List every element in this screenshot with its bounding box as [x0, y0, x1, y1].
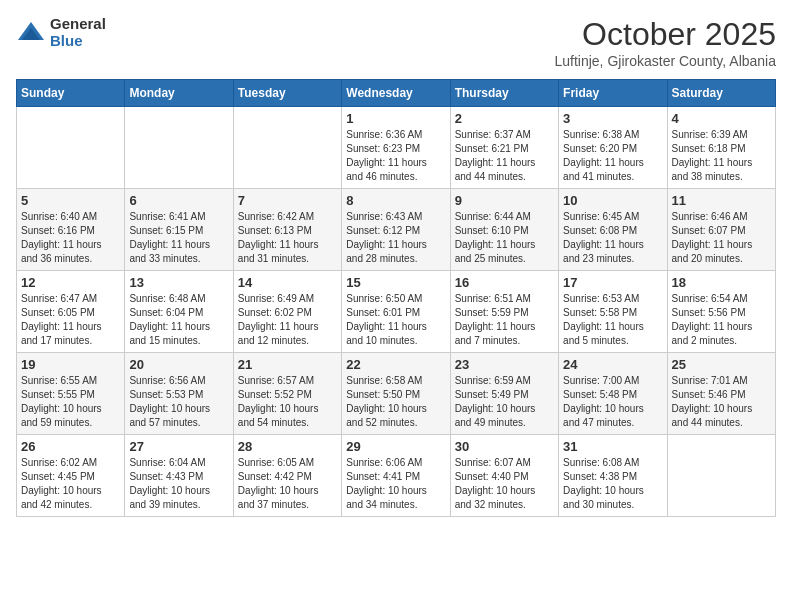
- calendar-cell: [17, 107, 125, 189]
- calendar-cell: 16Sunrise: 6:51 AM Sunset: 5:59 PM Dayli…: [450, 271, 558, 353]
- calendar-cell: 30Sunrise: 6:07 AM Sunset: 4:40 PM Dayli…: [450, 435, 558, 517]
- day-number: 10: [563, 193, 662, 208]
- day-number: 15: [346, 275, 445, 290]
- day-info: Sunrise: 6:36 AM Sunset: 6:23 PM Dayligh…: [346, 128, 445, 184]
- day-number: 19: [21, 357, 120, 372]
- calendar-cell: 19Sunrise: 6:55 AM Sunset: 5:55 PM Dayli…: [17, 353, 125, 435]
- calendar-cell: 29Sunrise: 6:06 AM Sunset: 4:41 PM Dayli…: [342, 435, 450, 517]
- calendar-cell: 13Sunrise: 6:48 AM Sunset: 6:04 PM Dayli…: [125, 271, 233, 353]
- page-header: General Blue October 2025 Luftinje, Gjir…: [16, 16, 776, 69]
- location-subtitle: Luftinje, Gjirokaster County, Albania: [554, 53, 776, 69]
- calendar-cell: 20Sunrise: 6:56 AM Sunset: 5:53 PM Dayli…: [125, 353, 233, 435]
- day-number: 2: [455, 111, 554, 126]
- calendar-cell: 28Sunrise: 6:05 AM Sunset: 4:42 PM Dayli…: [233, 435, 341, 517]
- calendar-cell: 31Sunrise: 6:08 AM Sunset: 4:38 PM Dayli…: [559, 435, 667, 517]
- calendar-cell: 27Sunrise: 6:04 AM Sunset: 4:43 PM Dayli…: [125, 435, 233, 517]
- day-number: 8: [346, 193, 445, 208]
- logo-icon: [16, 18, 46, 48]
- day-number: 13: [129, 275, 228, 290]
- calendar-cell: 9Sunrise: 6:44 AM Sunset: 6:10 PM Daylig…: [450, 189, 558, 271]
- day-number: 5: [21, 193, 120, 208]
- day-number: 23: [455, 357, 554, 372]
- calendar-day-header: Sunday: [17, 80, 125, 107]
- day-number: 24: [563, 357, 662, 372]
- calendar-week-row: 1Sunrise: 6:36 AM Sunset: 6:23 PM Daylig…: [17, 107, 776, 189]
- calendar-cell: 4Sunrise: 6:39 AM Sunset: 6:18 PM Daylig…: [667, 107, 775, 189]
- day-number: 4: [672, 111, 771, 126]
- calendar-cell: 17Sunrise: 6:53 AM Sunset: 5:58 PM Dayli…: [559, 271, 667, 353]
- calendar-cell: 18Sunrise: 6:54 AM Sunset: 5:56 PM Dayli…: [667, 271, 775, 353]
- day-info: Sunrise: 6:04 AM Sunset: 4:43 PM Dayligh…: [129, 456, 228, 512]
- calendar-cell: 2Sunrise: 6:37 AM Sunset: 6:21 PM Daylig…: [450, 107, 558, 189]
- day-info: Sunrise: 6:42 AM Sunset: 6:13 PM Dayligh…: [238, 210, 337, 266]
- calendar-cell: 6Sunrise: 6:41 AM Sunset: 6:15 PM Daylig…: [125, 189, 233, 271]
- day-info: Sunrise: 6:02 AM Sunset: 4:45 PM Dayligh…: [21, 456, 120, 512]
- day-info: Sunrise: 6:05 AM Sunset: 4:42 PM Dayligh…: [238, 456, 337, 512]
- day-number: 12: [21, 275, 120, 290]
- day-info: Sunrise: 6:44 AM Sunset: 6:10 PM Dayligh…: [455, 210, 554, 266]
- day-info: Sunrise: 6:59 AM Sunset: 5:49 PM Dayligh…: [455, 374, 554, 430]
- day-number: 16: [455, 275, 554, 290]
- day-info: Sunrise: 6:56 AM Sunset: 5:53 PM Dayligh…: [129, 374, 228, 430]
- day-number: 21: [238, 357, 337, 372]
- calendar-cell: 10Sunrise: 6:45 AM Sunset: 6:08 PM Dayli…: [559, 189, 667, 271]
- day-number: 28: [238, 439, 337, 454]
- day-number: 1: [346, 111, 445, 126]
- calendar-cell: 21Sunrise: 6:57 AM Sunset: 5:52 PM Dayli…: [233, 353, 341, 435]
- logo-general-text: General: [50, 16, 106, 33]
- day-number: 14: [238, 275, 337, 290]
- day-number: 27: [129, 439, 228, 454]
- calendar-day-header: Tuesday: [233, 80, 341, 107]
- day-info: Sunrise: 6:53 AM Sunset: 5:58 PM Dayligh…: [563, 292, 662, 348]
- day-number: 30: [455, 439, 554, 454]
- logo: General Blue: [16, 16, 106, 49]
- day-number: 31: [563, 439, 662, 454]
- calendar-cell: 24Sunrise: 7:00 AM Sunset: 5:48 PM Dayli…: [559, 353, 667, 435]
- day-info: Sunrise: 6:55 AM Sunset: 5:55 PM Dayligh…: [21, 374, 120, 430]
- day-info: Sunrise: 6:07 AM Sunset: 4:40 PM Dayligh…: [455, 456, 554, 512]
- day-info: Sunrise: 6:39 AM Sunset: 6:18 PM Dayligh…: [672, 128, 771, 184]
- day-info: Sunrise: 6:06 AM Sunset: 4:41 PM Dayligh…: [346, 456, 445, 512]
- month-title: October 2025: [554, 16, 776, 53]
- calendar-day-header: Friday: [559, 80, 667, 107]
- calendar-cell: 7Sunrise: 6:42 AM Sunset: 6:13 PM Daylig…: [233, 189, 341, 271]
- day-number: 18: [672, 275, 771, 290]
- calendar-week-row: 12Sunrise: 6:47 AM Sunset: 6:05 PM Dayli…: [17, 271, 776, 353]
- day-info: Sunrise: 6:41 AM Sunset: 6:15 PM Dayligh…: [129, 210, 228, 266]
- calendar-week-row: 26Sunrise: 6:02 AM Sunset: 4:45 PM Dayli…: [17, 435, 776, 517]
- day-number: 22: [346, 357, 445, 372]
- calendar-cell: 3Sunrise: 6:38 AM Sunset: 6:20 PM Daylig…: [559, 107, 667, 189]
- calendar-day-header: Thursday: [450, 80, 558, 107]
- day-info: Sunrise: 6:47 AM Sunset: 6:05 PM Dayligh…: [21, 292, 120, 348]
- day-info: Sunrise: 6:48 AM Sunset: 6:04 PM Dayligh…: [129, 292, 228, 348]
- day-info: Sunrise: 7:00 AM Sunset: 5:48 PM Dayligh…: [563, 374, 662, 430]
- calendar-week-row: 5Sunrise: 6:40 AM Sunset: 6:16 PM Daylig…: [17, 189, 776, 271]
- calendar-table: SundayMondayTuesdayWednesdayThursdayFrid…: [16, 79, 776, 517]
- calendar-day-header: Saturday: [667, 80, 775, 107]
- title-block: October 2025 Luftinje, Gjirokaster Count…: [554, 16, 776, 69]
- day-info: Sunrise: 6:54 AM Sunset: 5:56 PM Dayligh…: [672, 292, 771, 348]
- day-number: 6: [129, 193, 228, 208]
- day-info: Sunrise: 6:51 AM Sunset: 5:59 PM Dayligh…: [455, 292, 554, 348]
- day-info: Sunrise: 6:45 AM Sunset: 6:08 PM Dayligh…: [563, 210, 662, 266]
- day-info: Sunrise: 6:38 AM Sunset: 6:20 PM Dayligh…: [563, 128, 662, 184]
- day-number: 3: [563, 111, 662, 126]
- day-info: Sunrise: 6:58 AM Sunset: 5:50 PM Dayligh…: [346, 374, 445, 430]
- calendar-cell: 22Sunrise: 6:58 AM Sunset: 5:50 PM Dayli…: [342, 353, 450, 435]
- day-number: 25: [672, 357, 771, 372]
- day-info: Sunrise: 6:50 AM Sunset: 6:01 PM Dayligh…: [346, 292, 445, 348]
- calendar-cell: [667, 435, 775, 517]
- calendar-cell: [125, 107, 233, 189]
- day-info: Sunrise: 7:01 AM Sunset: 5:46 PM Dayligh…: [672, 374, 771, 430]
- logo-blue-text: Blue: [50, 33, 106, 50]
- day-number: 7: [238, 193, 337, 208]
- day-number: 29: [346, 439, 445, 454]
- calendar-day-header: Wednesday: [342, 80, 450, 107]
- day-info: Sunrise: 6:08 AM Sunset: 4:38 PM Dayligh…: [563, 456, 662, 512]
- calendar-cell: 1Sunrise: 6:36 AM Sunset: 6:23 PM Daylig…: [342, 107, 450, 189]
- calendar-cell: [233, 107, 341, 189]
- calendar-cell: 25Sunrise: 7:01 AM Sunset: 5:46 PM Dayli…: [667, 353, 775, 435]
- calendar-cell: 11Sunrise: 6:46 AM Sunset: 6:07 PM Dayli…: [667, 189, 775, 271]
- calendar-cell: 8Sunrise: 6:43 AM Sunset: 6:12 PM Daylig…: [342, 189, 450, 271]
- day-info: Sunrise: 6:40 AM Sunset: 6:16 PM Dayligh…: [21, 210, 120, 266]
